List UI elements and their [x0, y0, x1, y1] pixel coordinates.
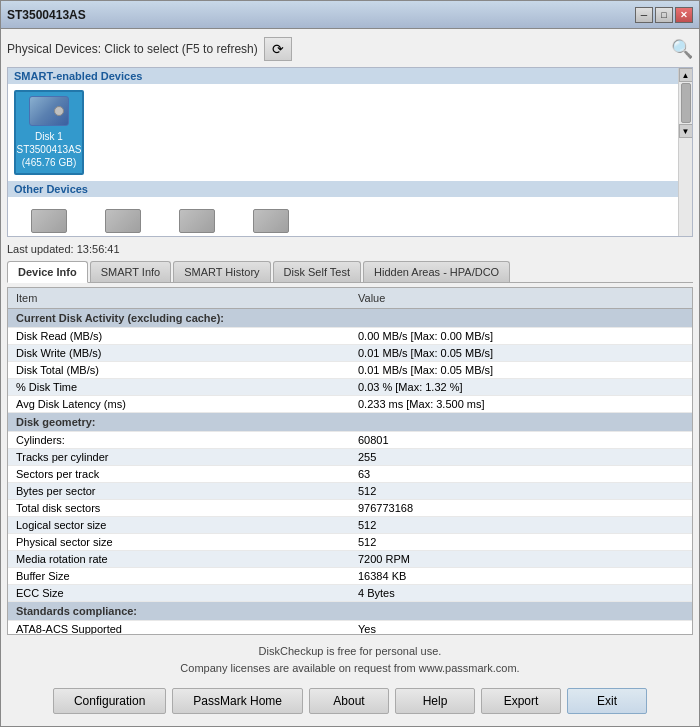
footer-line1: DiskCheckup is free for personal use.: [7, 643, 693, 660]
table-row: ATA8-ACS SupportedYes: [8, 621, 692, 635]
about-button[interactable]: About: [309, 688, 389, 714]
other-device-1[interactable]: [14, 203, 84, 237]
row-value-cell: 4 Bytes: [350, 585, 692, 602]
tab-smart-info[interactable]: SMART Info: [90, 261, 172, 282]
row-value-cell: 63: [350, 466, 692, 483]
table-row: % Disk Time0.03 % [Max: 1.32 %]: [8, 379, 692, 396]
device-panel: SMART-enabled Devices Disk 1ST3500413AS(…: [7, 67, 693, 237]
row-item-cell: Media rotation rate: [8, 551, 350, 568]
table-row: Logical sector size512: [8, 517, 692, 534]
tab-disk-self-test[interactable]: Disk Self Test: [273, 261, 361, 282]
other-hdd-icon-4: [253, 209, 289, 233]
table-section-header: Current Disk Activity (excluding cache):: [8, 309, 692, 328]
table-section-header: Standards compliance:: [8, 602, 692, 621]
other-hdd-icon-1: [31, 209, 67, 233]
data-table: Item Value Current Disk Activity (exclud…: [8, 288, 692, 634]
other-device-3[interactable]: [162, 203, 232, 237]
row-value-cell: 0.03 % [Max: 1.32 %]: [350, 379, 692, 396]
row-value-cell: 0.00 MB/s [Max: 0.00 MB/s]: [350, 328, 692, 345]
row-item-cell: Avg Disk Latency (ms): [8, 396, 350, 413]
other-device-2[interactable]: [88, 203, 158, 237]
table-row: ECC Size4 Bytes: [8, 585, 692, 602]
row-item-cell: Buffer Size: [8, 568, 350, 585]
tab-smart-history[interactable]: SMART History: [173, 261, 270, 282]
device-label-disk1: Disk 1ST3500413AS(465.76 GB): [16, 130, 81, 169]
maximize-button[interactable]: □: [655, 7, 673, 23]
table-row: Total disk sectors976773168: [8, 500, 692, 517]
table-row: Disk Total (MB/s)0.01 MB/s [Max: 0.05 MB…: [8, 362, 692, 379]
minimize-button[interactable]: ─: [635, 7, 653, 23]
row-value-cell: 16384 KB: [350, 568, 692, 585]
table-body: Current Disk Activity (excluding cache):…: [8, 309, 692, 635]
table-row: Disk Write (MB/s)0.01 MB/s [Max: 0.05 MB…: [8, 345, 692, 362]
footer-buttons: Configuration PassMark Home About Help E…: [7, 684, 693, 720]
row-value-cell: 7200 RPM: [350, 551, 692, 568]
table-row: Tracks per cylinder255: [8, 449, 692, 466]
last-updated-label: Last updated: 13:56:41: [7, 241, 693, 257]
exit-button[interactable]: Exit: [567, 688, 647, 714]
search-icon: 🔍: [671, 38, 693, 60]
physical-devices-bar: Physical Devices: Click to select (F5 to…: [7, 35, 693, 63]
scrollbar-down-arrow[interactable]: ▼: [679, 124, 693, 138]
other-hdd-icon-2: [105, 209, 141, 233]
row-item-cell: Tracks per cylinder: [8, 449, 350, 466]
main-window: ST3500413AS ─ □ ✕ Physical Devices: Clic…: [0, 0, 700, 727]
hdd-icon: [29, 96, 69, 126]
row-value-cell: 976773168: [350, 500, 692, 517]
row-value-cell: 0.233 ms [Max: 3.500 ms]: [350, 396, 692, 413]
row-item-cell: Total disk sectors: [8, 500, 350, 517]
configuration-button[interactable]: Configuration: [53, 688, 166, 714]
help-button[interactable]: Help: [395, 688, 475, 714]
row-item-cell: ATA8-ACS Supported: [8, 621, 350, 635]
scrollbar-up-arrow[interactable]: ▲: [679, 68, 693, 82]
row-item-cell: Sectors per track: [8, 466, 350, 483]
table-scroll[interactable]: Item Value Current Disk Activity (exclud…: [8, 288, 692, 634]
row-item-cell: Disk Read (MB/s): [8, 328, 350, 345]
table-row: Bytes per sector512: [8, 483, 692, 500]
row-item-cell: Disk Write (MB/s): [8, 345, 350, 362]
panel-scrollbar[interactable]: ▲ ▼: [678, 68, 692, 236]
table-row: Cylinders:60801: [8, 432, 692, 449]
table-row: Media rotation rate7200 RPM: [8, 551, 692, 568]
row-item-cell: Disk Total (MB/s): [8, 362, 350, 379]
export-button[interactable]: Export: [481, 688, 561, 714]
table-row: Sectors per track63: [8, 466, 692, 483]
table-header: Item Value: [8, 288, 692, 309]
tab-device-info[interactable]: Device Info: [7, 261, 88, 283]
other-device-list: [8, 197, 692, 237]
row-value-cell: 512: [350, 483, 692, 500]
row-item-cell: ECC Size: [8, 585, 350, 602]
close-button[interactable]: ✕: [675, 7, 693, 23]
device-item-disk1[interactable]: Disk 1ST3500413AS(465.76 GB): [14, 90, 84, 175]
other-hdd-icon-3: [179, 209, 215, 233]
scrollbar-thumb[interactable]: [681, 83, 691, 123]
passmark-home-button[interactable]: PassMark Home: [172, 688, 303, 714]
row-value-cell: 0.01 MB/s [Max: 0.05 MB/s]: [350, 345, 692, 362]
row-value-cell: Yes: [350, 621, 692, 635]
row-item-cell: Logical sector size: [8, 517, 350, 534]
row-value-cell: 255: [350, 449, 692, 466]
main-content: Physical Devices: Click to select (F5 to…: [1, 29, 699, 726]
refresh-icon: ⟳: [272, 41, 284, 57]
table-section-header: Disk geometry:: [8, 413, 692, 432]
table-row: Buffer Size16384 KB: [8, 568, 692, 585]
row-value-cell: 60801: [350, 432, 692, 449]
tab-bar: Device Info SMART Info SMART History Dis…: [7, 261, 693, 283]
header-row: Item Value: [8, 288, 692, 309]
row-item-cell: Cylinders:: [8, 432, 350, 449]
row-item-cell: % Disk Time: [8, 379, 350, 396]
row-value-cell: 0.01 MB/s [Max: 0.05 MB/s]: [350, 362, 692, 379]
row-item-cell: Physical sector size: [8, 534, 350, 551]
footer-info: DiskCheckup is free for personal use. Co…: [7, 639, 693, 680]
row-value-cell: 512: [350, 534, 692, 551]
col-header-item: Item: [8, 288, 350, 309]
table-row: Physical sector size512: [8, 534, 692, 551]
other-device-4[interactable]: [236, 203, 306, 237]
window-controls: ─ □ ✕: [635, 7, 693, 23]
data-panel: Item Value Current Disk Activity (exclud…: [7, 287, 693, 635]
tab-hidden-areas[interactable]: Hidden Areas - HPA/DCO: [363, 261, 510, 282]
col-header-value: Value: [350, 288, 692, 309]
table-row: Disk Read (MB/s)0.00 MB/s [Max: 0.00 MB/…: [8, 328, 692, 345]
refresh-button[interactable]: ⟳: [264, 37, 292, 61]
row-item-cell: Bytes per sector: [8, 483, 350, 500]
